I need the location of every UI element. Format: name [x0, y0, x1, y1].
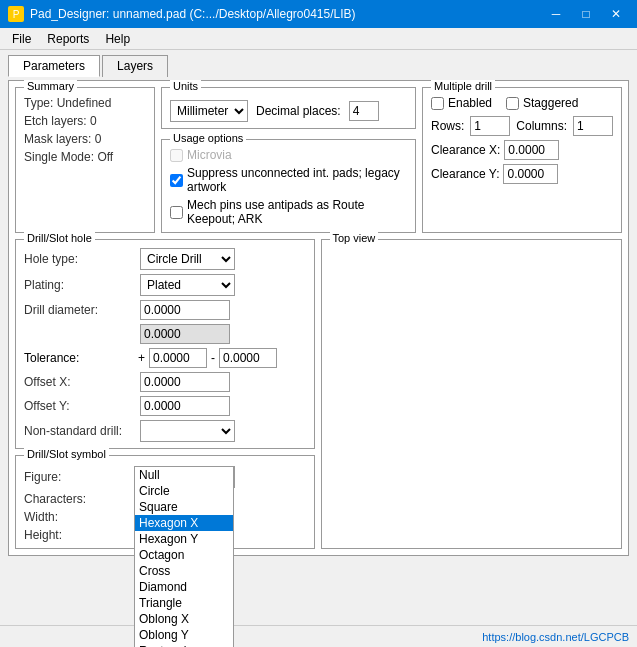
- microvia-label: Microvia: [187, 148, 232, 162]
- non-std-label: Non-standard drill:: [24, 424, 134, 438]
- hole-type-select[interactable]: Circle Drill: [140, 248, 235, 270]
- multiple-drill-group: Multiple drill Enabled Staggered Rows: C…: [422, 87, 622, 233]
- figure-dropdown-list: Null Circle Square Hexagon X Hexagon Y O…: [134, 466, 234, 647]
- drill-diam2-row: [24, 324, 306, 344]
- hole-type-row: Hole type: Circle Drill: [24, 248, 306, 270]
- offset-x-label: Offset X:: [24, 375, 134, 389]
- etch-value: 0: [90, 114, 97, 128]
- menu-reports[interactable]: Reports: [39, 30, 97, 48]
- dropdown-item-oblongy[interactable]: Oblong Y: [135, 627, 233, 643]
- enabled-label: Enabled: [448, 96, 492, 110]
- dropdown-item-octagon[interactable]: Octagon: [135, 547, 233, 563]
- tolerance-row: Tolerance: + -: [24, 348, 306, 368]
- drill-slot-symbol-label: Drill/Slot symbol: [24, 448, 109, 460]
- tolerance-minus: -: [211, 351, 215, 365]
- tolerance-pos-input[interactable]: [149, 348, 207, 368]
- mech-checkbox[interactable]: [170, 206, 183, 219]
- menu-file[interactable]: File: [4, 30, 39, 48]
- unit-select[interactable]: Millimeter: [170, 100, 248, 122]
- summary-mask-row: Mask layers: 0: [24, 132, 146, 146]
- mask-label: Mask layers:: [24, 132, 91, 146]
- close-button[interactable]: ✕: [603, 4, 629, 24]
- units-group: Units Millimeter Decimal places:: [161, 87, 416, 129]
- offset-y-label: Offset Y:: [24, 399, 134, 413]
- dropdown-item-diamond[interactable]: Diamond: [135, 579, 233, 595]
- chars-label: Characters:: [24, 492, 134, 506]
- drill-diam-label: Drill diameter:: [24, 303, 134, 317]
- tab-parameters[interactable]: Parameters: [8, 55, 100, 77]
- top-view-panel: Top view: [321, 239, 623, 549]
- summary-group: Summary Type: Undefined Etch layers: 0 M…: [15, 87, 155, 233]
- columns-input[interactable]: [573, 116, 613, 136]
- rows-input[interactable]: [470, 116, 510, 136]
- minimize-button[interactable]: ─: [543, 4, 569, 24]
- drill-slot-symbol-group: Drill/Slot symbol Figure: Null Null Circ…: [15, 455, 315, 549]
- dropdown-item-triangle[interactable]: Triangle: [135, 595, 233, 611]
- offset-y-input[interactable]: [140, 396, 230, 416]
- maximize-button[interactable]: □: [573, 4, 599, 24]
- clearance-x-input[interactable]: [504, 140, 559, 160]
- decimal-places-input[interactable]: [349, 101, 379, 121]
- hole-type-label: Hole type:: [24, 252, 134, 266]
- title-bar: P Pad_Designer: unnamed.pad (C:.../Deskt…: [0, 0, 637, 28]
- drill-diam2-input[interactable]: [140, 324, 230, 344]
- dropdown-item-rectangle[interactable]: Rectangle: [135, 643, 233, 647]
- microvia-row: Microvia: [170, 148, 407, 162]
- dropdown-item-square[interactable]: Square: [135, 499, 233, 515]
- clearance-x-label: Clearance X:: [431, 143, 500, 157]
- enabled-row: Enabled Staggered: [431, 96, 613, 110]
- status-bar: https://blog.csdn.net/LGCPCB: [0, 625, 637, 647]
- tolerance-neg-input[interactable]: [219, 348, 277, 368]
- figure-label: Figure:: [24, 470, 134, 484]
- dropdown-item-null[interactable]: Null: [135, 467, 233, 483]
- suppress-label: Suppress unconnected int. pads; legacy a…: [187, 166, 407, 194]
- clearance-y-input[interactable]: [503, 164, 558, 184]
- menu-help[interactable]: Help: [97, 30, 138, 48]
- non-std-row: Non-standard drill:: [24, 420, 306, 442]
- drill-slot-hole-label: Drill/Slot hole: [24, 232, 95, 244]
- width-label: Width:: [24, 510, 134, 524]
- mech-label: Mech pins use antipads as Route Keepout;…: [187, 198, 407, 226]
- tolerance-plus: +: [138, 351, 145, 365]
- staggered-checkbox[interactable]: [506, 97, 519, 110]
- rows-label: Rows:: [431, 119, 464, 133]
- usage-options-group: Usage options Microvia Suppress unconnec…: [161, 139, 416, 233]
- dropdown-item-cross[interactable]: Cross: [135, 563, 233, 579]
- window-title: Pad_Designer: unnamed.pad (C:.../Desktop…: [30, 7, 356, 21]
- summary-etch-row: Etch layers: 0: [24, 114, 146, 128]
- drill-slot-hole-group: Drill/Slot hole Hole type: Circle Drill …: [15, 239, 315, 449]
- units-label: Units: [170, 80, 201, 92]
- non-std-select[interactable]: [140, 420, 235, 442]
- menu-bar: File Reports Help: [0, 28, 637, 50]
- staggered-label: Staggered: [523, 96, 578, 110]
- height-label: Height:: [24, 528, 134, 542]
- microvia-checkbox[interactable]: [170, 149, 183, 162]
- figure-row: Figure: Null Null Circle Square Hexagon …: [24, 466, 306, 488]
- mask-value: 0: [95, 132, 102, 146]
- dropdown-item-hexagony[interactable]: Hexagon Y: [135, 531, 233, 547]
- dropdown-item-circle[interactable]: Circle: [135, 483, 233, 499]
- mech-row: Mech pins use antipads as Route Keepout;…: [170, 198, 407, 226]
- clearance-x-row: Clearance X:: [431, 140, 613, 160]
- usage-options-label: Usage options: [170, 132, 246, 144]
- tab-content-parameters: Summary Type: Undefined Etch layers: 0 M…: [8, 80, 629, 556]
- single-value: Off: [97, 150, 113, 164]
- drill-diam-input[interactable]: [140, 300, 230, 320]
- status-url: https://blog.csdn.net/LGCPCB: [482, 631, 629, 643]
- dropdown-item-oblongx[interactable]: Oblong X: [135, 611, 233, 627]
- enabled-checkbox[interactable]: [431, 97, 444, 110]
- tab-layers[interactable]: Layers: [102, 55, 168, 77]
- plating-select[interactable]: Plated: [140, 274, 235, 296]
- tab-bar: Parameters Layers: [8, 54, 629, 76]
- etch-label: Etch layers:: [24, 114, 87, 128]
- decimal-places-label: Decimal places:: [256, 104, 341, 118]
- single-label: Single Mode:: [24, 150, 94, 164]
- suppress-checkbox[interactable]: [170, 174, 183, 187]
- columns-label: Columns:: [516, 119, 567, 133]
- type-value: Undefined: [57, 96, 112, 110]
- top-view-label: Top view: [330, 232, 379, 244]
- offset-x-input[interactable]: [140, 372, 230, 392]
- drill-diam-row: Drill diameter:: [24, 300, 306, 320]
- dropdown-item-hexagonx[interactable]: Hexagon X: [135, 515, 233, 531]
- left-panels: Drill/Slot hole Hole type: Circle Drill …: [15, 239, 315, 549]
